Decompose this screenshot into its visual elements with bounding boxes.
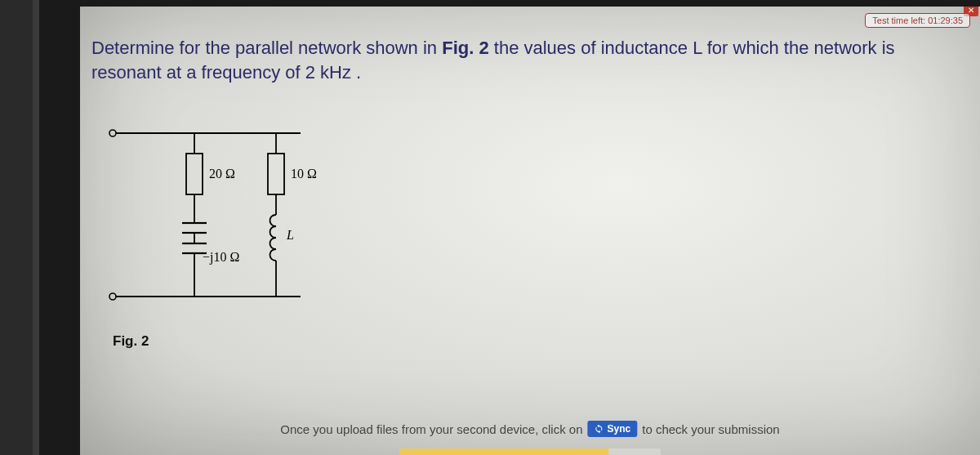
svg-rect-14 — [268, 154, 284, 194]
svg-rect-5 — [186, 154, 203, 194]
r2-value-label: 10 Ω — [291, 167, 317, 181]
upload-suffix: to check your submission — [642, 422, 779, 436]
question-part1: Determine for the parallel network shown… — [91, 38, 442, 58]
r1-value-label: 20 Ω — [209, 167, 235, 181]
question-text: Determine for the parallel network shown… — [91, 36, 969, 84]
app-outer-frame: ✕ Test time left: 01:29:35 Determine for… — [33, 0, 980, 455]
figure-caption: Fig. 2 — [113, 333, 149, 350]
sync-button-label: Sync — [608, 423, 631, 435]
svg-point-0 — [109, 130, 116, 136]
inductor-label: L — [286, 228, 294, 242]
question-paper-area: ✕ Test time left: 01:29:35 Determine for… — [80, 7, 980, 455]
sync-button[interactable]: Sync — [588, 421, 638, 437]
sync-icon — [595, 424, 604, 434]
test-timer-badge: Test time left: 01:29:35 — [865, 13, 970, 28]
svg-point-2 — [109, 293, 116, 300]
question-figure-reference: Fig. 2 — [442, 38, 488, 58]
upload-instruction: Once you upload files from your second d… — [280, 421, 779, 437]
circuit-diagram: 20 Ω 10 Ω −j10 Ω L — [105, 117, 350, 329]
upload-prefix: Once you upload files from your second d… — [280, 422, 582, 436]
xc-value-label: −j10 Ω — [203, 250, 239, 265]
progress-strip — [399, 448, 661, 455]
